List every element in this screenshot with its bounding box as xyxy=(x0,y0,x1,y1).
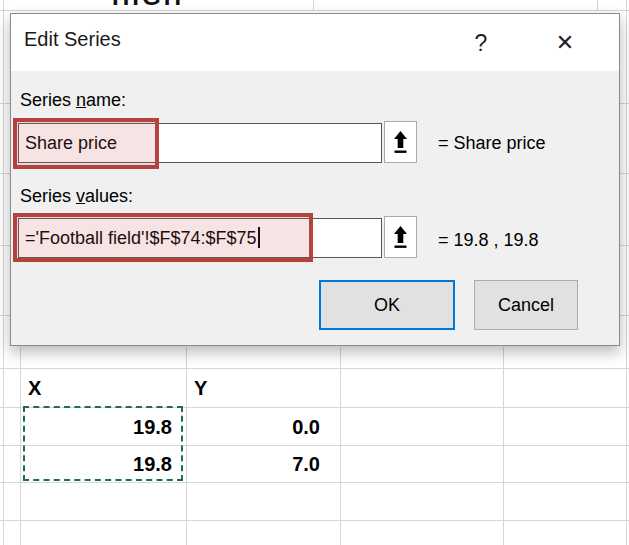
series-name-label: Series name: xyxy=(20,90,126,111)
gridline xyxy=(503,347,504,545)
dialog-title: Edit Series xyxy=(24,28,121,51)
collapse-dialog-button-name[interactable] xyxy=(384,121,417,163)
cell-y2[interactable]: 7.0 xyxy=(186,445,320,483)
cancel-button[interactable]: Cancel xyxy=(474,280,578,330)
cell-header-x[interactable]: X xyxy=(28,369,148,407)
text-cursor xyxy=(258,227,260,248)
series-values-input[interactable]: ='Football field'!$F$74:$F$75 xyxy=(18,218,382,258)
gridline xyxy=(0,10,629,11)
edit-series-dialog: Edit Series ? ✕ Series name: Share price… xyxy=(10,13,620,346)
gridline xyxy=(3,0,4,545)
series-values-label: Series values: xyxy=(20,186,133,207)
series-name-input[interactable]: Share price xyxy=(18,123,382,163)
series-values-result: = 19.8 , 19.8 xyxy=(438,230,539,251)
ok-button[interactable]: OK xyxy=(319,280,455,330)
range-selection-border xyxy=(23,406,183,481)
excel-screenshot: HIGH X Y 19.8 0.0 19.8 7.0 Edit Series ?… xyxy=(0,0,629,545)
gridline xyxy=(340,347,341,545)
gridline xyxy=(626,0,627,545)
collapse-dialog-button-values[interactable] xyxy=(384,216,417,258)
gridline xyxy=(597,0,598,11)
series-name-result: = Share price xyxy=(438,133,546,154)
collapse-dialog-up-arrow-icon xyxy=(391,224,410,251)
close-icon[interactable]: ✕ xyxy=(548,24,582,60)
gridline xyxy=(313,0,314,11)
cell-y1[interactable]: 0.0 xyxy=(186,408,320,446)
collapse-dialog-up-arrow-icon xyxy=(391,129,410,156)
gridline xyxy=(0,520,629,521)
cell-header-y[interactable]: Y xyxy=(194,369,314,407)
help-icon[interactable]: ? xyxy=(464,24,498,60)
clipped-cell-text: HIGH xyxy=(112,0,202,10)
